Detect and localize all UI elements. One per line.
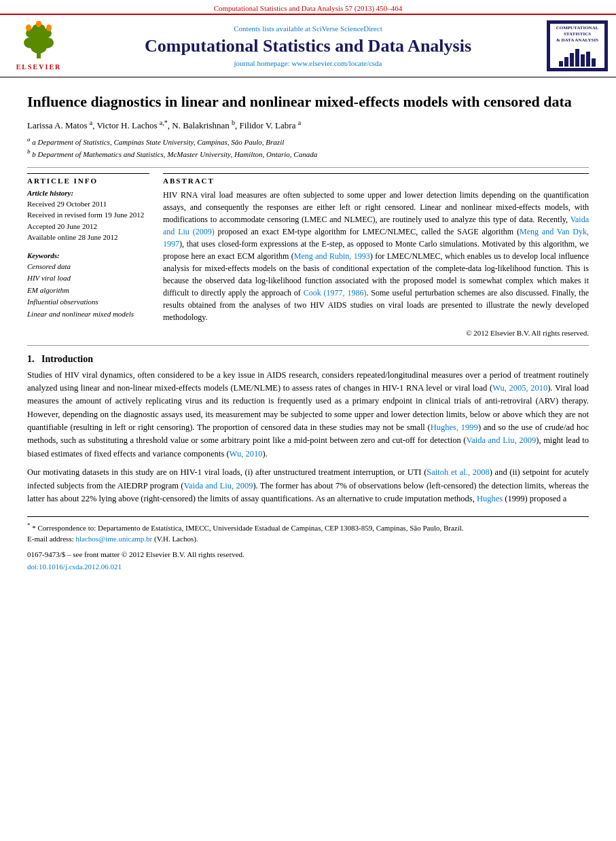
doi-line[interactable]: doi:10.1016/j.csda.2012.06.021 [27, 562, 589, 571]
citation-text: Computational Statistics and Data Analys… [214, 4, 403, 12]
email-label-text: E-mail address: [27, 535, 75, 543]
page-wrapper: Computational Statistics and Data Analys… [0, 0, 616, 584]
article-title: Influence diagnostics in linear and nonl… [27, 92, 589, 112]
meng-vandyk-link[interactable]: Meng and Van Dyk, 1997 [163, 227, 589, 249]
received-date: Received 29 October 2011 [27, 198, 149, 210]
footer-divider [27, 516, 589, 517]
keyword-4: Influential observations [27, 296, 149, 308]
journal-header: ELSEVIER Contents lists available at Sci… [0, 14, 616, 77]
contents-line: Contents lists available at SciVerse Sci… [69, 24, 547, 33]
chart-bar [581, 54, 585, 67]
elsevier-logo: ELSEVIER [8, 21, 69, 71]
wu-2010-link[interactable]: Wu, 2010 [230, 449, 263, 459]
affiliations: a a Department of Statistics, Campinas S… [27, 135, 589, 160]
online-date: Available online 28 June 2012 [27, 232, 149, 243]
homepage-text: journal homepage: [234, 59, 292, 67]
vaida-liu-2009-link[interactable]: Vaida and Liu, 2009 [467, 435, 537, 445]
whereas-text: whereas [548, 481, 576, 490]
section-title-intro: 1. Introduction [27, 354, 589, 365]
affiliation-a: a a Department of Statistics, Campinas S… [27, 135, 589, 147]
keyword-5: Linear and nonlinear mixed models [27, 308, 149, 321]
article-info-col: ARTICLE INFO Article history: Received 2… [27, 173, 149, 337]
affil-sup-a: a [90, 119, 92, 126]
keywords-label: Keywords: [27, 251, 149, 260]
footnote-star-sup: * [27, 522, 31, 529]
journal-logo-box: COMPUTATIONAL STATISTICS & DATA ANALYSIS [547, 20, 608, 71]
chart-bar [570, 53, 574, 67]
journal-logo-chart [553, 46, 602, 67]
journal-logo-inner: COMPUTATIONAL STATISTICS & DATA ANALYSIS [550, 24, 604, 68]
footnote-star: * * Correspondence to: Departamento de E… [27, 521, 589, 533]
cook-link[interactable]: Cook (1977, 1986) [304, 288, 367, 298]
elsevier-tree-icon [18, 21, 59, 62]
copyright-text: © 2012 Elsevier B.V. All rights reserved… [163, 329, 589, 337]
chart-bar [592, 58, 596, 67]
footnote-email: E-mail address: hlachos@ime.unicamp.br (… [27, 533, 589, 545]
homepage-link[interactable]: www.elsevier.com/locate/csda [291, 59, 382, 67]
intro-paragraph-1: Studies of HIV viral dynamics, often con… [27, 369, 589, 461]
authors-line: Larissa A. Matos a, Victor H. Lachos a,*… [27, 119, 589, 131]
hughes-1999-link[interactable]: Hughes, 1999 [431, 423, 478, 432]
intro-paragraph-2: Our motivating datasets in this study ar… [27, 466, 589, 505]
footnote-text: * Correspondence to: Departamento de Est… [32, 524, 463, 532]
affil-sup-b: b [232, 119, 235, 126]
keyword-2: HIV viral load [27, 272, 149, 285]
email-link[interactable]: hlachos@ime.unicamp.br [75, 535, 152, 543]
accepted-date: Accepted 20 June 2012 [27, 221, 149, 232]
section-number: 1. [27, 354, 35, 364]
sciverse-link[interactable]: SciVerse ScienceDirect [312, 24, 382, 33]
affil-sup-a2: a,* [160, 119, 168, 126]
top-citation-bar: Computational Statistics and Data Analys… [0, 0, 616, 14]
chart-bar [564, 57, 568, 67]
abstract-header: ABSTRACT [163, 173, 589, 185]
keywords-list: Censored data HIV viral load EM algorith… [27, 261, 149, 321]
section-title-text: Introduction [41, 354, 93, 364]
history-label: Article history: [27, 189, 149, 197]
article-history: Received 29 October 2011 Received in rev… [27, 198, 149, 243]
email-after: (V.H. Lachos). [152, 535, 198, 543]
contents-text: Contents lists available at [234, 24, 312, 33]
svg-point-8 [26, 24, 31, 31]
journal-logo-title: COMPUTATIONAL STATISTICS & DATA ANALYSIS [553, 25, 602, 43]
chart-bar [559, 61, 563, 67]
homepage-line: journal homepage: www.elsevier.com/locat… [69, 59, 547, 67]
article-content: Influence diagnostics in linear and nonl… [0, 77, 616, 584]
two-column-section: ARTICLE INFO Article history: Received 2… [27, 173, 589, 337]
abstract-text: HIV RNA viral load measures are often su… [163, 189, 589, 323]
affiliation-b: b b Department of Mathematics and Statis… [27, 147, 589, 160]
article-info-header: ARTICLE INFO [27, 173, 149, 185]
vaida-liu-2009b-link[interactable]: Vaida and Liu, 2009 [183, 481, 253, 490]
keyword-1: Censored data [27, 261, 149, 273]
wu-2005-link[interactable]: Wu, 2005, 2010 [492, 383, 547, 393]
elsevier-text: ELSEVIER [16, 63, 62, 71]
section-divider [27, 167, 589, 168]
svg-point-9 [46, 24, 52, 31]
body-divider [27, 345, 589, 346]
meng-rubin-link[interactable]: Meng and Rubin, 1993 [294, 251, 370, 261]
saitoh-link[interactable]: Saitoh et al., 2008 [427, 467, 489, 477]
chart-bar [586, 52, 590, 67]
journal-title: Computational Statistics and Data Analys… [69, 35, 547, 56]
chart-bar [575, 49, 579, 67]
keyword-3: EM algorithm [27, 285, 149, 297]
introduction-section: 1. Introduction Studies of HIV viral dyn… [27, 354, 589, 506]
abstract-col: ABSTRACT HIV RNA viral load measures are… [163, 173, 589, 337]
revised-date: Received in revised form 19 June 2012 [27, 209, 149, 221]
journal-title-block: Contents lists available at SciVerse Sci… [69, 24, 547, 67]
affil-sup-a3: a [298, 119, 301, 126]
hughes-1999b-link[interactable]: Hughes [477, 494, 503, 503]
footnote-license: 0167-9473/$ – see front matter © 2012 El… [27, 549, 589, 560]
